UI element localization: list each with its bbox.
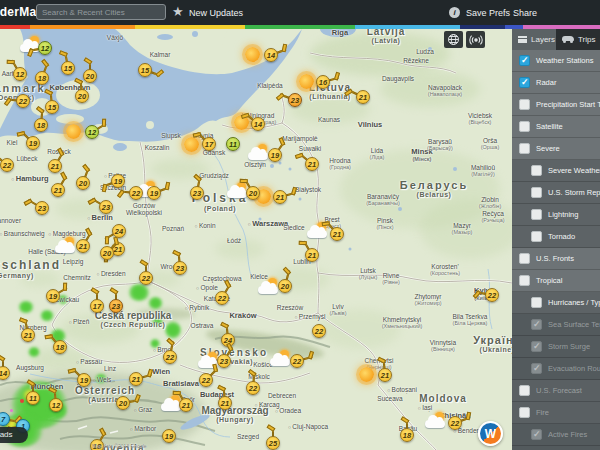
broadcast-icon[interactable] [466, 31, 485, 48]
station-marker[interactable]: 22 [139, 271, 153, 285]
station-marker[interactable]: 21 [179, 398, 193, 412]
station-marker[interactable]: 21 [218, 396, 232, 410]
station-marker[interactable]: 19 [26, 136, 40, 150]
layer-row-weather-stations[interactable]: Weather Stations [512, 50, 600, 72]
station-marker[interactable]: 23 [35, 201, 49, 215]
layer-checkbox[interactable] [531, 209, 542, 220]
station-marker[interactable]: 22 [312, 324, 326, 338]
layer-row-lightning[interactable]: Lightning [512, 204, 600, 226]
station-marker[interactable]: 20 [100, 246, 114, 260]
station-marker[interactable]: 11 [26, 391, 40, 405]
station-marker[interactable]: 21 [51, 183, 65, 197]
layer-row-hurricanes-typhoons[interactable]: Hurricanes / Typhoons [512, 292, 600, 314]
layer-checkbox[interactable] [531, 165, 542, 176]
station-marker[interactable]: 19 [46, 289, 60, 303]
save-prefs-button[interactable]: Save Prefs [466, 8, 510, 18]
layer-checkbox[interactable] [519, 275, 530, 286]
layer-checkbox[interactable] [531, 187, 542, 198]
station-marker[interactable]: 17 [202, 137, 216, 151]
station-marker[interactable]: 23 [217, 354, 231, 368]
layer-checkbox[interactable] [519, 55, 530, 66]
tab-trips[interactable]: Trips [556, 29, 600, 50]
station-marker[interactable]: 22 [290, 354, 304, 368]
station-marker[interactable]: 21 [378, 368, 392, 382]
station-marker[interactable]: 21 [48, 159, 62, 173]
globe-icon[interactable] [444, 31, 463, 48]
station-marker[interactable]: 7 [0, 412, 10, 426]
station-marker[interactable]: 22 [215, 291, 229, 305]
tab-layers[interactable]: Layers [512, 29, 556, 50]
layer-row-severe[interactable]: Severe [512, 138, 600, 160]
station-marker[interactable]: 18 [35, 71, 49, 85]
station-marker[interactable]: 21 [305, 157, 319, 171]
info-icon[interactable]: i [449, 7, 460, 18]
search-input[interactable] [36, 4, 166, 20]
layer-row-satellite[interactable]: Satellite [512, 116, 600, 138]
station-marker[interactable]: 19 [268, 148, 282, 162]
station-marker[interactable]: 24 [112, 224, 126, 238]
station-marker[interactable]: 23 [190, 186, 204, 200]
layer-checkbox[interactable] [519, 121, 530, 132]
layer-checkbox[interactable] [519, 143, 530, 154]
share-button[interactable]: Share [513, 8, 537, 18]
station-marker[interactable]: 15 [61, 61, 75, 75]
station-marker[interactable]: 21 [129, 372, 143, 386]
station-marker[interactable]: 12 [13, 67, 27, 81]
station-marker[interactable]: 15 [138, 63, 152, 77]
station-marker[interactable]: 14 [251, 117, 265, 131]
layer-row-tornado[interactable]: Tornado [512, 226, 600, 248]
station-marker[interactable]: 20 [278, 279, 292, 293]
station-marker[interactable]: 20 [76, 176, 90, 190]
station-marker[interactable]: 23 [173, 261, 187, 275]
station-marker[interactable]: 22 [0, 158, 14, 172]
station-marker[interactable]: 14 [264, 48, 278, 62]
station-marker[interactable]: 21 [273, 190, 287, 204]
station-marker[interactable]: 19 [111, 174, 125, 188]
layer-checkbox[interactable] [531, 297, 542, 308]
station-marker[interactable]: 25 [266, 436, 280, 450]
station-marker[interactable]: 19 [77, 373, 91, 387]
layer-row-severe-weather[interactable]: Severe Weather [512, 160, 600, 182]
station-marker[interactable]: 22 [485, 288, 499, 302]
layer-row-u-s-storm-reports[interactable]: U.S. Storm Reports [512, 182, 600, 204]
station-marker[interactable]: 19 [147, 186, 161, 200]
station-marker[interactable]: 22 [129, 186, 143, 200]
station-marker[interactable]: 12 [38, 41, 52, 55]
station-marker[interactable]: 20 [246, 186, 260, 200]
station-marker[interactable]: 21 [305, 248, 319, 262]
layer-checkbox[interactable] [519, 77, 530, 88]
layer-row-u-s-fronts[interactable]: U.S. Fronts [512, 248, 600, 270]
station-marker[interactable]: 21 [330, 227, 344, 241]
favorites-star-icon[interactable]: ★ [172, 4, 184, 19]
new-updates-link[interactable]: New Updates [189, 8, 243, 18]
station-marker[interactable]: 21 [76, 239, 90, 253]
station-marker[interactable]: 18 [400, 428, 414, 442]
station-marker[interactable]: 18 [53, 340, 67, 354]
station-marker[interactable]: 21 [356, 90, 370, 104]
station-marker[interactable]: 16 [316, 75, 330, 89]
layer-row-radar[interactable]: Radar [512, 72, 600, 94]
station-marker[interactable]: 22 [199, 373, 213, 387]
station-marker[interactable]: 21 [21, 328, 35, 342]
station-marker[interactable]: 11 [226, 137, 240, 151]
station-marker[interactable]: 19 [162, 429, 176, 443]
layer-checkbox[interactable] [519, 253, 530, 264]
station-marker[interactable]: 23 [288, 93, 302, 107]
station-marker[interactable]: 15 [45, 100, 59, 114]
station-marker[interactable]: 18 [34, 118, 48, 132]
station-marker[interactable]: 20 [83, 69, 97, 83]
station-marker[interactable]: 14 [0, 366, 10, 380]
station-marker[interactable]: 20 [116, 396, 130, 410]
layer-row-tropical[interactable]: Tropical [512, 270, 600, 292]
station-marker[interactable]: 17 [90, 299, 104, 313]
station-marker[interactable]: 12 [85, 125, 99, 139]
layer-row-precipitation-start-time[interactable]: Precipitation Start Time [512, 94, 600, 116]
layer-checkbox[interactable] [519, 99, 530, 110]
station-marker[interactable]: 22 [16, 94, 30, 108]
station-marker[interactable]: 23 [109, 299, 123, 313]
station-marker[interactable]: 22 [163, 350, 177, 364]
roads-map-type-button[interactable]: Roads [0, 427, 28, 443]
station-marker[interactable]: 22 [448, 416, 462, 430]
station-marker[interactable]: 12 [49, 398, 63, 412]
map-canvas[interactable]: Danmark(Denmark)Deutschland(Germany)Pols… [0, 29, 512, 450]
